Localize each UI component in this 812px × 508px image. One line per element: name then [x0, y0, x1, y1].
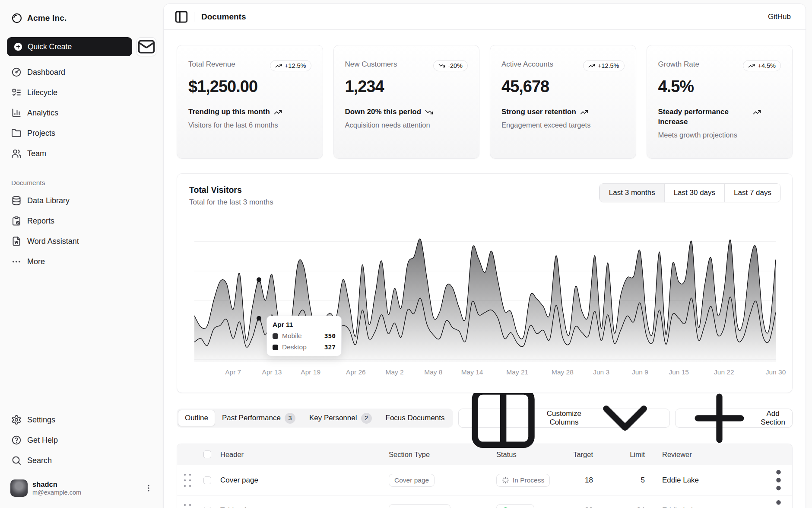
quick-create-label: Quick Create — [28, 42, 72, 51]
report-icon — [11, 216, 22, 226]
row-checkbox[interactable] — [203, 476, 211, 484]
trending-up-icon — [275, 62, 282, 69]
drag-handle-icon[interactable] — [177, 500, 198, 508]
stat-footer-title: Strong user retention — [501, 107, 625, 117]
nav-item-label: Settings — [27, 415, 55, 425]
stat-card: Growth Rate +4.5% 4.5% Steady performanc… — [647, 45, 793, 159]
sidebar-section-label: Documents — [7, 176, 156, 190]
time-range-option[interactable]: Last 30 days — [664, 184, 724, 202]
sidebar-toggle-button[interactable] — [174, 10, 189, 24]
tooltip-row: Desktop 327 — [273, 343, 336, 351]
column-header[interactable]: Section Type — [389, 450, 496, 459]
limit-cell[interactable]: 5 — [600, 476, 652, 485]
inbox-button[interactable] — [136, 37, 156, 56]
acme-logo-icon — [11, 13, 22, 24]
help-icon — [11, 435, 22, 445]
dots-icon — [11, 256, 22, 267]
x-tick-label: Apr 26 — [346, 368, 366, 376]
sidebar-footer-item[interactable]: Search — [7, 451, 156, 470]
section-tabs: Outline Past Performance 3 Key Personnel… — [177, 409, 453, 428]
sidebar-nav-item[interactable]: Analytics — [7, 104, 156, 122]
x-tick-label: May 8 — [424, 368, 442, 376]
sidebar-nav-item[interactable]: Projects — [7, 124, 156, 142]
brand[interactable]: Acme Inc. — [7, 9, 156, 28]
time-range-option[interactable]: Last 7 days — [724, 184, 780, 202]
row-header-cell[interactable]: Table of contents — [217, 506, 389, 508]
avatar — [10, 479, 28, 497]
chart-icon — [11, 108, 22, 118]
file-word-icon — [11, 236, 22, 246]
x-tick-label: May 28 — [552, 368, 574, 376]
stat-footer-subtitle: Meets growth projections — [658, 131, 781, 139]
x-tick-label: Jun 9 — [632, 368, 648, 376]
row-menu-icon[interactable] — [765, 497, 792, 508]
trend-badge: +12.5% — [583, 60, 625, 71]
x-tick-label: Apr 19 — [301, 368, 320, 376]
series-value: 350 — [324, 332, 336, 339]
row-menu-icon[interactable] — [765, 466, 792, 494]
sidebar-footer-item[interactable]: Settings — [7, 411, 156, 429]
stat-label: New Customers — [345, 60, 397, 69]
series-value: 327 — [324, 344, 336, 351]
time-range-option[interactable]: Last 3 months — [599, 184, 664, 202]
dashboard-icon — [11, 67, 22, 77]
sidebar-document-item[interactable]: Reports — [7, 212, 156, 230]
row-header-cell[interactable]: Cover page — [217, 476, 389, 485]
sidebar-nav-item[interactable]: Dashboard — [7, 63, 156, 81]
nav-item-label: Get Help — [27, 436, 58, 445]
quick-create-button[interactable]: Quick Create — [7, 37, 132, 56]
table-row: Table of contents Table of contents Done… — [177, 495, 792, 508]
drag-handle-icon[interactable] — [177, 470, 198, 491]
page-title: Documents — [201, 12, 246, 22]
sidebar-document-item[interactable]: Data Library — [7, 192, 156, 210]
chart-subtitle: Total for the last 3 months — [189, 198, 273, 207]
sidebar-footer-item[interactable]: Get Help — [7, 431, 156, 449]
column-header[interactable]: Reviewer — [652, 450, 765, 459]
brand-name: Acme Inc. — [27, 13, 67, 23]
select-all-checkbox[interactable] — [203, 450, 211, 458]
trend-value: +4.5% — [758, 62, 776, 69]
column-header[interactable]: Status — [496, 450, 557, 459]
series-label: Desktop — [282, 343, 320, 351]
reviewer-cell[interactable]: Eddie Lake — [652, 476, 765, 485]
limit-cell[interactable]: 24 — [600, 506, 652, 508]
column-header[interactable]: Target — [557, 450, 600, 459]
section-tab[interactable]: Outline — [178, 410, 215, 426]
section-tab[interactable]: Key Personnel 2 — [302, 410, 379, 426]
sidebar-document-item[interactable]: More — [7, 252, 156, 271]
add-section-button[interactable]: Add Section — [675, 409, 793, 428]
target-cell[interactable]: 18 — [557, 476, 600, 485]
ellipsis-vertical-icon[interactable] — [144, 484, 153, 492]
user-menu[interactable]: shadcn m@example.com — [7, 476, 156, 500]
column-header[interactable]: Header — [217, 450, 389, 459]
section-tab[interactable]: Focus Documents — [379, 410, 452, 426]
section-tab[interactable]: Past Performance 3 — [215, 410, 302, 426]
nav-item-label: Data Library — [27, 196, 70, 205]
nav-item-label: More — [27, 257, 45, 266]
column-header[interactable]: Limit — [600, 450, 652, 459]
sidebar-nav-item[interactable]: Lifecycle — [7, 83, 156, 102]
reviewer-cell[interactable]: Eddie Lake — [652, 506, 765, 508]
series-swatch — [273, 345, 278, 350]
chart-plot: Apr 11 Mobile 350 — [194, 234, 776, 362]
tooltip-row: Mobile 350 — [273, 332, 336, 340]
sidebar-document-item[interactable]: Word Assistant — [7, 232, 156, 250]
section-type-badge: Cover page — [389, 474, 435, 487]
stat-footer-title: Down 20% this period — [345, 107, 468, 117]
github-link[interactable]: GitHub — [768, 13, 791, 21]
chart-title: Total Visitors — [189, 185, 273, 195]
customize-columns-button[interactable]: Customize Columns — [458, 409, 670, 428]
nav-item-label: Reports — [27, 217, 54, 226]
nav-item-label: Search — [27, 456, 52, 465]
sidebar-nav-item[interactable]: Team — [7, 144, 156, 163]
trend-value: +12.5% — [598, 62, 619, 69]
nav-item-label: Lifecycle — [27, 88, 57, 97]
database-icon — [11, 195, 22, 206]
stat-value: $1,250.00 — [188, 77, 311, 96]
x-tick-label: Jun 15 — [669, 368, 689, 376]
stat-label: Growth Rate — [658, 60, 699, 69]
target-cell[interactable]: 29 — [557, 506, 600, 508]
trending-up-icon — [580, 108, 588, 116]
row-checkbox[interactable] — [203, 507, 211, 508]
trend-badge: +12.5% — [270, 60, 311, 71]
